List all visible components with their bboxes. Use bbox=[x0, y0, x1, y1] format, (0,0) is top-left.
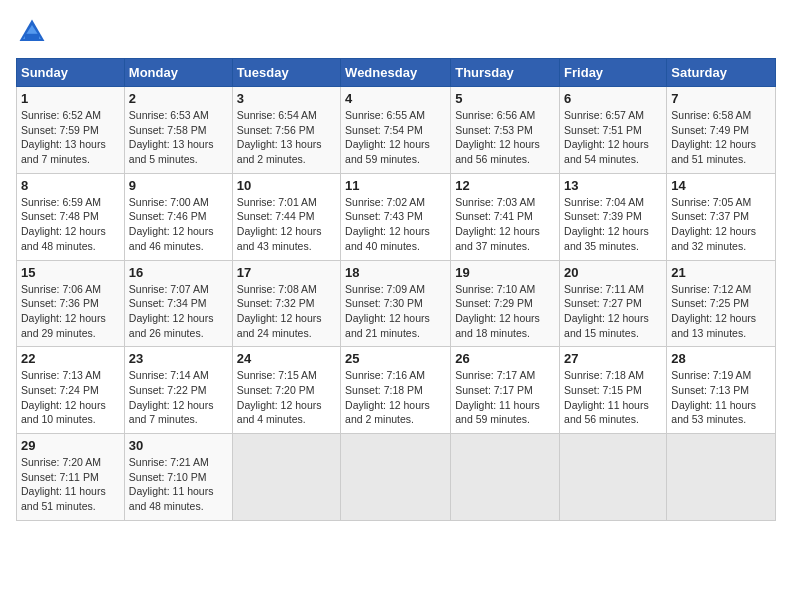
day-number: 3 bbox=[237, 91, 336, 106]
day-info: Sunrise: 6:55 AM Sunset: 7:54 PM Dayligh… bbox=[345, 108, 446, 167]
day-headers-row: SundayMondayTuesdayWednesdayThursdayFrid… bbox=[17, 59, 776, 87]
day-header-wednesday: Wednesday bbox=[341, 59, 451, 87]
day-info: Sunrise: 7:20 AM Sunset: 7:11 PM Dayligh… bbox=[21, 455, 120, 514]
day-header-monday: Monday bbox=[124, 59, 232, 87]
calendar-cell: 11Sunrise: 7:02 AM Sunset: 7:43 PM Dayli… bbox=[341, 173, 451, 260]
day-info: Sunrise: 7:09 AM Sunset: 7:30 PM Dayligh… bbox=[345, 282, 446, 341]
day-number: 15 bbox=[21, 265, 120, 280]
day-info: Sunrise: 7:11 AM Sunset: 7:27 PM Dayligh… bbox=[564, 282, 662, 341]
calendar-cell: 17Sunrise: 7:08 AM Sunset: 7:32 PM Dayli… bbox=[232, 260, 340, 347]
day-number: 1 bbox=[21, 91, 120, 106]
day-number: 26 bbox=[455, 351, 555, 366]
calendar-cell: 9Sunrise: 7:00 AM Sunset: 7:46 PM Daylig… bbox=[124, 173, 232, 260]
calendar-cell: 25Sunrise: 7:16 AM Sunset: 7:18 PM Dayli… bbox=[341, 347, 451, 434]
calendar-cell: 29Sunrise: 7:20 AM Sunset: 7:11 PM Dayli… bbox=[17, 434, 125, 521]
day-info: Sunrise: 6:59 AM Sunset: 7:48 PM Dayligh… bbox=[21, 195, 120, 254]
calendar-cell: 23Sunrise: 7:14 AM Sunset: 7:22 PM Dayli… bbox=[124, 347, 232, 434]
calendar-cell: 8Sunrise: 6:59 AM Sunset: 7:48 PM Daylig… bbox=[17, 173, 125, 260]
day-number: 20 bbox=[564, 265, 662, 280]
calendar-cell: 24Sunrise: 7:15 AM Sunset: 7:20 PM Dayli… bbox=[232, 347, 340, 434]
calendar-cell: 10Sunrise: 7:01 AM Sunset: 7:44 PM Dayli… bbox=[232, 173, 340, 260]
calendar-cell: 27Sunrise: 7:18 AM Sunset: 7:15 PM Dayli… bbox=[560, 347, 667, 434]
calendar-week-4: 22Sunrise: 7:13 AM Sunset: 7:24 PM Dayli… bbox=[17, 347, 776, 434]
calendar-cell: 6Sunrise: 6:57 AM Sunset: 7:51 PM Daylig… bbox=[560, 87, 667, 174]
calendar-cell: 21Sunrise: 7:12 AM Sunset: 7:25 PM Dayli… bbox=[667, 260, 776, 347]
day-info: Sunrise: 7:15 AM Sunset: 7:20 PM Dayligh… bbox=[237, 368, 336, 427]
day-number: 11 bbox=[345, 178, 446, 193]
day-number: 19 bbox=[455, 265, 555, 280]
day-info: Sunrise: 7:06 AM Sunset: 7:36 PM Dayligh… bbox=[21, 282, 120, 341]
page-header bbox=[16, 16, 776, 48]
calendar-cell bbox=[451, 434, 560, 521]
day-info: Sunrise: 6:52 AM Sunset: 7:59 PM Dayligh… bbox=[21, 108, 120, 167]
day-info: Sunrise: 6:53 AM Sunset: 7:58 PM Dayligh… bbox=[129, 108, 228, 167]
calendar-cell: 4Sunrise: 6:55 AM Sunset: 7:54 PM Daylig… bbox=[341, 87, 451, 174]
day-number: 8 bbox=[21, 178, 120, 193]
day-info: Sunrise: 7:07 AM Sunset: 7:34 PM Dayligh… bbox=[129, 282, 228, 341]
day-number: 24 bbox=[237, 351, 336, 366]
calendar-week-5: 29Sunrise: 7:20 AM Sunset: 7:11 PM Dayli… bbox=[17, 434, 776, 521]
calendar-cell: 5Sunrise: 6:56 AM Sunset: 7:53 PM Daylig… bbox=[451, 87, 560, 174]
calendar-cell bbox=[232, 434, 340, 521]
day-info: Sunrise: 7:17 AM Sunset: 7:17 PM Dayligh… bbox=[455, 368, 555, 427]
day-number: 6 bbox=[564, 91, 662, 106]
day-number: 17 bbox=[237, 265, 336, 280]
day-number: 16 bbox=[129, 265, 228, 280]
day-number: 21 bbox=[671, 265, 771, 280]
calendar-week-3: 15Sunrise: 7:06 AM Sunset: 7:36 PM Dayli… bbox=[17, 260, 776, 347]
day-info: Sunrise: 7:03 AM Sunset: 7:41 PM Dayligh… bbox=[455, 195, 555, 254]
day-number: 29 bbox=[21, 438, 120, 453]
calendar-cell: 28Sunrise: 7:19 AM Sunset: 7:13 PM Dayli… bbox=[667, 347, 776, 434]
day-number: 12 bbox=[455, 178, 555, 193]
day-number: 22 bbox=[21, 351, 120, 366]
day-info: Sunrise: 6:56 AM Sunset: 7:53 PM Dayligh… bbox=[455, 108, 555, 167]
calendar-week-1: 1Sunrise: 6:52 AM Sunset: 7:59 PM Daylig… bbox=[17, 87, 776, 174]
day-number: 28 bbox=[671, 351, 771, 366]
calendar-cell: 18Sunrise: 7:09 AM Sunset: 7:30 PM Dayli… bbox=[341, 260, 451, 347]
calendar-cell bbox=[560, 434, 667, 521]
calendar-cell: 19Sunrise: 7:10 AM Sunset: 7:29 PM Dayli… bbox=[451, 260, 560, 347]
calendar-cell: 1Sunrise: 6:52 AM Sunset: 7:59 PM Daylig… bbox=[17, 87, 125, 174]
day-number: 30 bbox=[129, 438, 228, 453]
day-info: Sunrise: 7:05 AM Sunset: 7:37 PM Dayligh… bbox=[671, 195, 771, 254]
day-number: 14 bbox=[671, 178, 771, 193]
day-info: Sunrise: 7:01 AM Sunset: 7:44 PM Dayligh… bbox=[237, 195, 336, 254]
day-number: 13 bbox=[564, 178, 662, 193]
day-info: Sunrise: 7:21 AM Sunset: 7:10 PM Dayligh… bbox=[129, 455, 228, 514]
day-number: 25 bbox=[345, 351, 446, 366]
day-number: 18 bbox=[345, 265, 446, 280]
calendar-week-2: 8Sunrise: 6:59 AM Sunset: 7:48 PM Daylig… bbox=[17, 173, 776, 260]
day-info: Sunrise: 6:57 AM Sunset: 7:51 PM Dayligh… bbox=[564, 108, 662, 167]
day-info: Sunrise: 7:19 AM Sunset: 7:13 PM Dayligh… bbox=[671, 368, 771, 427]
calendar-cell: 13Sunrise: 7:04 AM Sunset: 7:39 PM Dayli… bbox=[560, 173, 667, 260]
svg-rect-2 bbox=[25, 34, 39, 39]
day-number: 10 bbox=[237, 178, 336, 193]
day-info: Sunrise: 7:16 AM Sunset: 7:18 PM Dayligh… bbox=[345, 368, 446, 427]
calendar-cell: 12Sunrise: 7:03 AM Sunset: 7:41 PM Dayli… bbox=[451, 173, 560, 260]
calendar-cell: 30Sunrise: 7:21 AM Sunset: 7:10 PM Dayli… bbox=[124, 434, 232, 521]
day-number: 9 bbox=[129, 178, 228, 193]
day-info: Sunrise: 7:14 AM Sunset: 7:22 PM Dayligh… bbox=[129, 368, 228, 427]
calendar-cell: 14Sunrise: 7:05 AM Sunset: 7:37 PM Dayli… bbox=[667, 173, 776, 260]
day-number: 4 bbox=[345, 91, 446, 106]
calendar-cell bbox=[341, 434, 451, 521]
day-number: 5 bbox=[455, 91, 555, 106]
day-header-tuesday: Tuesday bbox=[232, 59, 340, 87]
calendar-table: SundayMondayTuesdayWednesdayThursdayFrid… bbox=[16, 58, 776, 521]
calendar-cell bbox=[667, 434, 776, 521]
day-info: Sunrise: 7:00 AM Sunset: 7:46 PM Dayligh… bbox=[129, 195, 228, 254]
day-info: Sunrise: 7:08 AM Sunset: 7:32 PM Dayligh… bbox=[237, 282, 336, 341]
day-info: Sunrise: 7:12 AM Sunset: 7:25 PM Dayligh… bbox=[671, 282, 771, 341]
calendar-cell: 22Sunrise: 7:13 AM Sunset: 7:24 PM Dayli… bbox=[17, 347, 125, 434]
day-info: Sunrise: 7:04 AM Sunset: 7:39 PM Dayligh… bbox=[564, 195, 662, 254]
day-number: 23 bbox=[129, 351, 228, 366]
day-info: Sunrise: 7:18 AM Sunset: 7:15 PM Dayligh… bbox=[564, 368, 662, 427]
calendar-cell: 3Sunrise: 6:54 AM Sunset: 7:56 PM Daylig… bbox=[232, 87, 340, 174]
day-number: 2 bbox=[129, 91, 228, 106]
day-info: Sunrise: 7:10 AM Sunset: 7:29 PM Dayligh… bbox=[455, 282, 555, 341]
day-header-saturday: Saturday bbox=[667, 59, 776, 87]
day-header-friday: Friday bbox=[560, 59, 667, 87]
day-number: 27 bbox=[564, 351, 662, 366]
calendar-cell: 2Sunrise: 6:53 AM Sunset: 7:58 PM Daylig… bbox=[124, 87, 232, 174]
calendar-cell: 20Sunrise: 7:11 AM Sunset: 7:27 PM Dayli… bbox=[560, 260, 667, 347]
